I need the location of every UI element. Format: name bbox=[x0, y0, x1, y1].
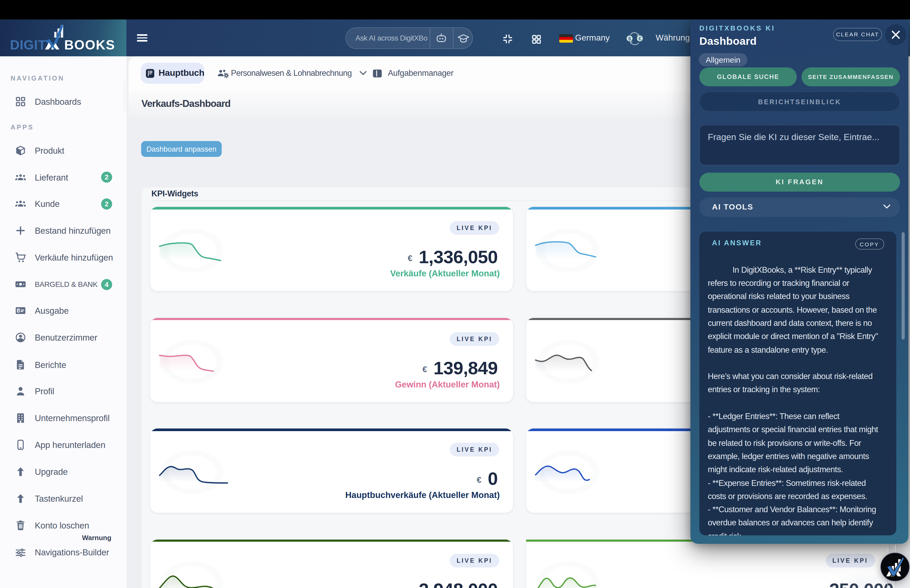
svg-text:$: $ bbox=[628, 36, 631, 41]
svg-text:$: $ bbox=[18, 309, 19, 313]
svg-text:BOOKS: BOOKS bbox=[64, 38, 115, 52]
svg-text:€: € bbox=[638, 36, 642, 41]
svg-text:DIGIT: DIGIT bbox=[10, 38, 46, 52]
